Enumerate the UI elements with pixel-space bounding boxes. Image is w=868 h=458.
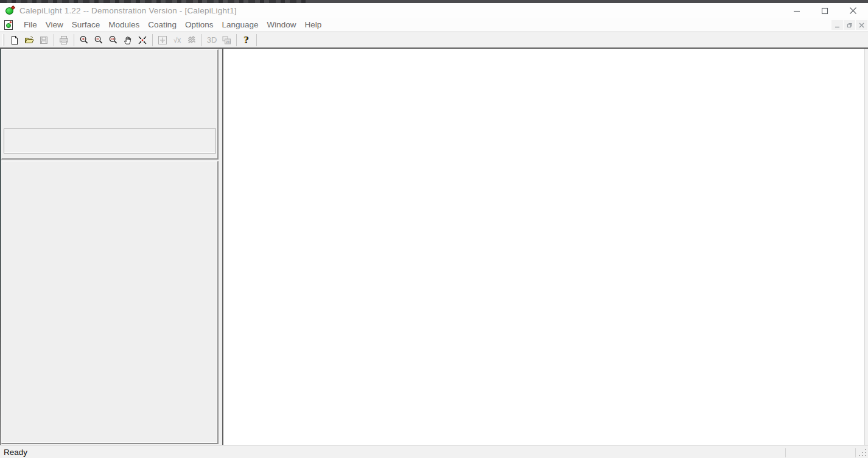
open-folder-icon — [24, 35, 34, 45]
toolbar-separator — [201, 34, 202, 46]
three-d-to-two-d-icon: 2D — [222, 35, 231, 45]
new-document-button[interactable] — [7, 33, 22, 48]
toolbar: √x 3D 2D ? — [0, 32, 868, 49]
hand-icon — [123, 35, 133, 45]
status-bar: Ready — [0, 445, 868, 458]
mdi-minimize-button[interactable] — [831, 20, 843, 30]
toolbar-separator — [152, 34, 153, 46]
mdi-restore-button[interactable] — [844, 20, 855, 30]
workspace — [0, 49, 868, 445]
convert-3d-2d-button: 2D — [219, 33, 234, 48]
save-floppy-icon — [39, 35, 49, 45]
app-icon — [5, 6, 15, 15]
minimize-button[interactable] — [783, 3, 811, 18]
window-controls — [783, 3, 867, 18]
menu-file[interactable]: File — [19, 18, 41, 31]
zoom-in-icon — [79, 35, 89, 45]
pan-button[interactable] — [121, 33, 135, 48]
menu-surface[interactable]: Surface — [68, 18, 105, 31]
control-panel-bottom[interactable] — [1, 161, 219, 444]
collapse-arrows-icon — [138, 35, 147, 45]
close-button[interactable] — [839, 3, 867, 18]
red-gem-icon — [9, 21, 12, 23]
minimize-icon — [793, 7, 800, 15]
menu-modules[interactable]: Modules — [104, 18, 144, 31]
status-pane-separator — [785, 448, 786, 457]
title-bar: CalepiLight 1.22 -- Demonstration Versio… — [0, 3, 868, 18]
menu-options[interactable]: Options — [181, 18, 218, 31]
new-document-icon — [10, 35, 19, 45]
menu-coating[interactable]: Coating — [144, 18, 181, 31]
two-d-label: 2D — [226, 39, 231, 43]
toolbar-separator — [236, 34, 237, 46]
three-d-icon: 3D — [207, 35, 217, 44]
mesh-stack-icon — [187, 35, 197, 45]
mdi-child-controls — [831, 20, 867, 30]
menu-view[interactable]: View — [41, 18, 68, 31]
control-panel-inset-field[interactable] — [4, 129, 216, 153]
fit-view-button[interactable] — [135, 33, 150, 48]
toolbar-grip[interactable] — [2, 34, 4, 46]
document-canvas[interactable] — [222, 49, 865, 445]
sqrt-x-icon: √x — [173, 36, 181, 44]
mdi-close-button[interactable] — [856, 20, 867, 30]
printer-icon — [59, 35, 69, 45]
zoom-window-icon — [108, 35, 118, 45]
mdi-close-icon — [859, 23, 864, 28]
zoom-out-icon — [94, 35, 103, 45]
mdi-minimize-icon — [835, 23, 840, 28]
mdi-document-icon[interactable] — [4, 20, 13, 30]
maximize-icon — [821, 7, 828, 15]
surface-mesh-button — [184, 33, 199, 48]
menu-help[interactable]: Help — [301, 18, 326, 31]
status-message: Ready — [4, 448, 27, 457]
print-button — [57, 33, 71, 48]
help-question-icon: ? — [244, 35, 249, 45]
save-button — [37, 33, 51, 48]
menu-items: File View Surface Modules Coating Option… — [19, 18, 326, 31]
insert-plot-button — [155, 33, 170, 48]
window-title: CalepiLight 1.22 -- Demonstration Versio… — [19, 6, 237, 15]
view-3d-button: 3D — [205, 33, 219, 48]
menu-window[interactable]: Window — [263, 18, 301, 31]
zoom-in-button[interactable] — [77, 33, 91, 48]
close-icon — [849, 7, 857, 15]
right-window-gutter — [866, 49, 868, 445]
toolbar-separator — [74, 34, 74, 46]
formula-button: √x — [170, 33, 184, 48]
menu-language[interactable]: Language — [217, 18, 262, 31]
toolbar-separator — [256, 34, 257, 46]
maximize-button[interactable] — [811, 3, 839, 18]
zoom-out-button[interactable] — [91, 33, 106, 48]
status-pane-separator — [855, 448, 856, 457]
mdi-restore-icon — [847, 22, 853, 28]
zoom-window-button[interactable] — [106, 33, 121, 48]
control-panel-top[interactable] — [1, 49, 219, 160]
toolbar-separator — [54, 34, 54, 46]
resize-grip[interactable] — [858, 448, 866, 456]
plot-axes-icon — [158, 35, 167, 45]
open-file-button[interactable] — [22, 33, 37, 48]
help-button[interactable]: ? — [239, 33, 254, 48]
menu-bar: File View Surface Modules Coating Option… — [0, 18, 868, 32]
